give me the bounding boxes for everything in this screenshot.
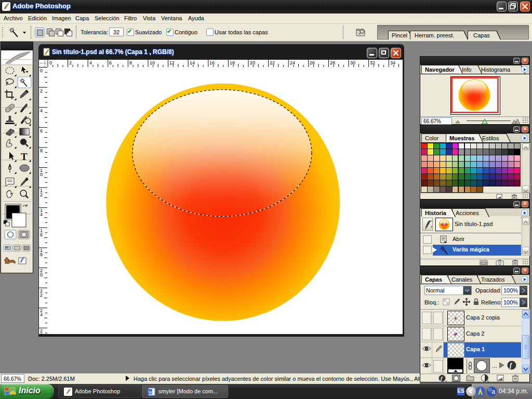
svg-text:a: a bbox=[491, 388, 496, 395]
svg-text:T: T bbox=[21, 151, 28, 162]
svg-text:W: W bbox=[148, 390, 153, 395]
